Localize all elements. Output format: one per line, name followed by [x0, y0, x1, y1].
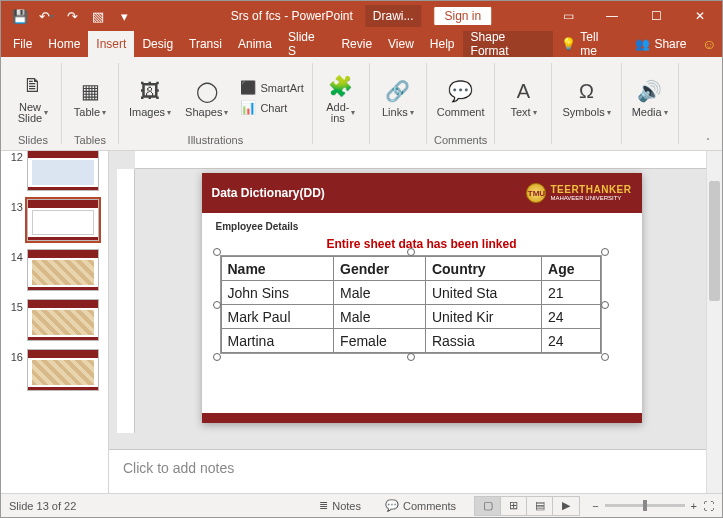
- tab-review[interactable]: Revie: [333, 31, 380, 57]
- group-links: 🔗 Links▾: [370, 57, 426, 150]
- group-label-slides: Slides: [18, 134, 48, 148]
- undo-icon[interactable]: ↶▾: [35, 5, 57, 27]
- scrollbar-thumb[interactable]: [709, 181, 720, 301]
- tab-design[interactable]: Desig: [134, 31, 181, 57]
- vertical-ruler: [117, 169, 135, 433]
- notes-toggle[interactable]: ≣Notes: [313, 499, 367, 512]
- thumb-14[interactable]: [27, 249, 99, 291]
- start-from-beginning-icon[interactable]: ▧: [87, 5, 109, 27]
- comment-icon: 💬: [447, 77, 475, 105]
- thumb-number: 16: [7, 349, 23, 363]
- images-button[interactable]: 🖼 Images▾: [125, 75, 175, 120]
- zoom-control[interactable]: − + ⛶: [592, 500, 714, 512]
- text-button[interactable]: A Text▾: [501, 75, 545, 120]
- addins-icon: 🧩: [327, 72, 355, 100]
- addins-button[interactable]: 🧩 Add- ins▾: [319, 70, 363, 126]
- tab-animations[interactable]: Anima: [230, 31, 280, 57]
- group-label-illustrations: Illustrations: [188, 134, 244, 148]
- shapes-button[interactable]: ◯ Shapes▾: [181, 75, 232, 120]
- thumb-number: 15: [7, 299, 23, 313]
- tab-home[interactable]: Home: [40, 31, 88, 57]
- new-slide-button[interactable]: 🗎 New Slide▾: [11, 70, 55, 126]
- group-text: A Text▾: [495, 57, 551, 150]
- maximize-icon[interactable]: ☐: [634, 1, 678, 31]
- embedded-table-object[interactable]: NameGenderCountryAge John SinsMaleUnited…: [220, 255, 602, 354]
- group-illustrations: 🖼 Images▾ ◯ Shapes▾ ⬛SmartArt 📊Chart Ill…: [119, 57, 312, 150]
- zoom-slider[interactable]: [605, 504, 685, 507]
- normal-view-icon[interactable]: ▢: [475, 497, 501, 515]
- slide-counter[interactable]: Slide 13 of 22: [9, 500, 76, 512]
- fit-to-window-icon[interactable]: ⛶: [703, 500, 714, 512]
- media-button[interactable]: 🔊 Media▾: [628, 75, 672, 120]
- quick-access-toolbar: 💾 ↶▾ ↷ ▧ ▾: [1, 5, 135, 27]
- notes-pane[interactable]: Click to add notes: [109, 449, 706, 493]
- thumb-number: 14: [7, 249, 23, 263]
- text-icon: A: [509, 77, 537, 105]
- group-label-comments: Comments: [434, 134, 487, 148]
- group-symbols: Ω Symbols▾: [552, 57, 620, 150]
- tab-file[interactable]: File: [5, 31, 40, 57]
- slideshow-view-icon[interactable]: ▶: [553, 497, 579, 515]
- horizontal-ruler: [135, 151, 706, 169]
- reading-view-icon[interactable]: ▤: [527, 497, 553, 515]
- logo-badge-icon: TMU: [526, 183, 546, 203]
- slide-canvas[interactable]: Data Dictionary(DD) TMU TEERTHANKERMAHAV…: [202, 173, 642, 423]
- comment-button[interactable]: 💬 Comment: [433, 75, 489, 120]
- symbols-button[interactable]: Ω Symbols▾: [558, 75, 614, 120]
- comments-toggle[interactable]: 💬Comments: [379, 499, 462, 512]
- redo-icon[interactable]: ↷: [61, 5, 83, 27]
- group-tables: ▦ Table▾ Tables: [62, 57, 118, 150]
- slide-header: Data Dictionary(DD) TMU TEERTHANKERMAHAV…: [202, 173, 642, 213]
- slide-editor[interactable]: Data Dictionary(DD) TMU TEERTHANKERMAHAV…: [109, 151, 722, 493]
- slide-thumbnails-pane[interactable]: 12 13 14 15 16: [1, 151, 109, 493]
- group-addins: 🧩 Add- ins▾: [313, 57, 369, 150]
- slide-subtitle[interactable]: Employee Details: [216, 221, 299, 232]
- thumb-16[interactable]: [27, 349, 99, 391]
- thumb-15[interactable]: [27, 299, 99, 341]
- tab-insert[interactable]: Insert: [88, 31, 134, 57]
- save-icon[interactable]: 💾: [9, 5, 31, 27]
- media-icon: 🔊: [636, 77, 664, 105]
- thumb-number: 13: [7, 199, 23, 213]
- new-slide-icon: 🗎: [19, 72, 47, 100]
- chart-icon: 📊: [240, 100, 256, 116]
- chart-button[interactable]: 📊Chart: [238, 99, 305, 117]
- slide-title[interactable]: Data Dictionary(DD): [212, 186, 325, 200]
- zoom-in-button[interactable]: +: [691, 500, 697, 512]
- slide-annotation: Entire sheet data has been linked: [202, 237, 642, 251]
- tab-shape-format[interactable]: Shape Format: [463, 31, 554, 57]
- collapse-ribbon-icon[interactable]: ˄: [706, 137, 710, 146]
- tab-view[interactable]: View: [380, 31, 422, 57]
- vertical-scrollbar[interactable]: [706, 151, 722, 493]
- thumb-13[interactable]: [27, 199, 99, 241]
- links-icon: 🔗: [384, 77, 412, 105]
- feedback-smile-icon[interactable]: ☺: [696, 31, 722, 57]
- share-button[interactable]: 👥Share: [625, 31, 696, 57]
- thumb-12[interactable]: [27, 151, 99, 191]
- symbols-icon: Ω: [573, 77, 601, 105]
- tab-help[interactable]: Help: [422, 31, 463, 57]
- close-icon[interactable]: ✕: [678, 1, 722, 31]
- zoom-out-button[interactable]: −: [592, 500, 598, 512]
- images-icon: 🖼: [136, 77, 164, 105]
- employee-table[interactable]: NameGenderCountryAge John SinsMaleUnited…: [221, 256, 601, 353]
- document-title: Srs of fcs - PowerPoint: [231, 9, 353, 23]
- slide-footer-bar: [202, 413, 642, 423]
- links-button[interactable]: 🔗 Links▾: [376, 75, 420, 120]
- smartart-button[interactable]: ⬛SmartArt: [238, 79, 305, 97]
- thumb-number: 12: [7, 151, 23, 163]
- ribbon-options-icon[interactable]: ▭: [546, 1, 590, 31]
- sorter-view-icon[interactable]: ⊞: [501, 497, 527, 515]
- tab-slideshow[interactable]: Slide S: [280, 31, 333, 57]
- contextual-tab-label: Drawi...: [365, 5, 422, 27]
- qat-customize-icon[interactable]: ▾: [113, 5, 135, 27]
- title-bar: 💾 ↶▾ ↷ ▧ ▾ Srs of fcs - PowerPoint Drawi…: [1, 1, 722, 31]
- tab-transitions[interactable]: Transi: [181, 31, 230, 57]
- group-media: 🔊 Media▾: [622, 57, 678, 150]
- group-comments: 💬 Comment Comments: [427, 57, 495, 150]
- sign-in-button[interactable]: Sign in: [434, 6, 493, 26]
- table-button[interactable]: ▦ Table▾: [68, 75, 112, 120]
- group-label-tables: Tables: [74, 134, 106, 148]
- tell-me[interactable]: 💡Tell me: [553, 31, 625, 57]
- minimize-icon[interactable]: —: [590, 1, 634, 31]
